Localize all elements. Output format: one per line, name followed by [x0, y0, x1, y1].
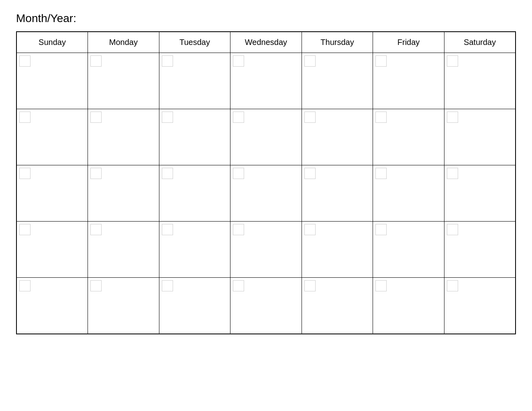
calendar-row-3 [16, 165, 516, 222]
cell-row1-tue [159, 53, 230, 109]
cell-row5-thu [302, 278, 373, 334]
date-box [447, 280, 458, 291]
date-box [375, 112, 387, 123]
cell-row5-mon [88, 278, 159, 334]
cell-row1-fri [373, 53, 444, 109]
date-box [304, 168, 316, 179]
cell-row1-thu [302, 53, 373, 109]
calendar-row-5 [16, 278, 516, 334]
date-box [162, 55, 173, 67]
date-box [90, 224, 102, 235]
cell-row4-mon [88, 222, 159, 278]
cell-row4-wed [230, 222, 302, 278]
cell-row1-wed [230, 53, 302, 109]
cell-row2-sun [16, 109, 88, 165]
date-box [304, 55, 316, 67]
date-box [19, 112, 31, 123]
cell-row4-thu [302, 222, 373, 278]
cell-row2-fri [373, 109, 444, 165]
date-box [19, 280, 31, 291]
cell-row1-sat [444, 53, 516, 109]
header-monday: Monday [88, 32, 159, 53]
calendar-row-2 [16, 109, 516, 165]
calendar-header-row: Sunday Monday Tuesday Wednesday Thursday… [16, 32, 516, 53]
cell-row5-wed [230, 278, 302, 334]
cell-row5-fri [373, 278, 444, 334]
cell-row4-fri [373, 222, 444, 278]
cell-row4-tue [159, 222, 230, 278]
date-box [375, 224, 387, 235]
month-year-label: Month/Year: [16, 12, 516, 25]
date-box [375, 168, 387, 179]
date-box [90, 168, 102, 179]
calendar-row-4 [16, 222, 516, 278]
date-box [90, 280, 102, 291]
cell-row2-mon [88, 109, 159, 165]
header-thursday: Thursday [302, 32, 373, 53]
cell-row2-sat [444, 109, 516, 165]
header-saturday: Saturday [444, 32, 516, 53]
date-box [375, 280, 387, 291]
date-box [233, 280, 244, 291]
cell-row5-tue [159, 278, 230, 334]
date-box [233, 168, 244, 179]
cell-row3-thu [302, 165, 373, 222]
date-box [447, 55, 458, 67]
date-box [162, 280, 173, 291]
cell-row5-sat [444, 278, 516, 334]
header-sunday: Sunday [16, 32, 88, 53]
cell-row3-tue [159, 165, 230, 222]
cell-row3-fri [373, 165, 444, 222]
date-box [233, 224, 244, 235]
date-box [233, 55, 244, 67]
cell-row3-sat [444, 165, 516, 222]
cell-row2-tue [159, 109, 230, 165]
date-box [19, 168, 31, 179]
calendar-row-1 [16, 53, 516, 109]
date-box [233, 112, 244, 123]
date-box [162, 112, 173, 123]
date-box [447, 168, 458, 179]
date-box [90, 55, 102, 67]
cell-row3-sun [16, 165, 88, 222]
date-box [375, 55, 387, 67]
cell-row3-wed [230, 165, 302, 222]
cell-row3-mon [88, 165, 159, 222]
header-tuesday: Tuesday [159, 32, 230, 53]
cell-row1-sun [16, 53, 88, 109]
date-box [19, 55, 31, 67]
cell-row2-wed [230, 109, 302, 165]
date-box [162, 168, 173, 179]
cell-row2-thu [302, 109, 373, 165]
cell-row4-sun [16, 222, 88, 278]
date-box [19, 224, 31, 235]
date-box [447, 224, 458, 235]
cell-row4-sat [444, 222, 516, 278]
date-box [304, 224, 316, 235]
date-box [447, 112, 458, 123]
date-box [304, 112, 316, 123]
cell-row5-sun [16, 278, 88, 334]
calendar-table: Sunday Monday Tuesday Wednesday Thursday… [16, 31, 516, 334]
date-box [162, 224, 173, 235]
header-friday: Friday [373, 32, 444, 53]
cell-row1-mon [88, 53, 159, 109]
header-wednesday: Wednesday [230, 32, 302, 53]
date-box [90, 112, 102, 123]
date-box [304, 280, 316, 291]
